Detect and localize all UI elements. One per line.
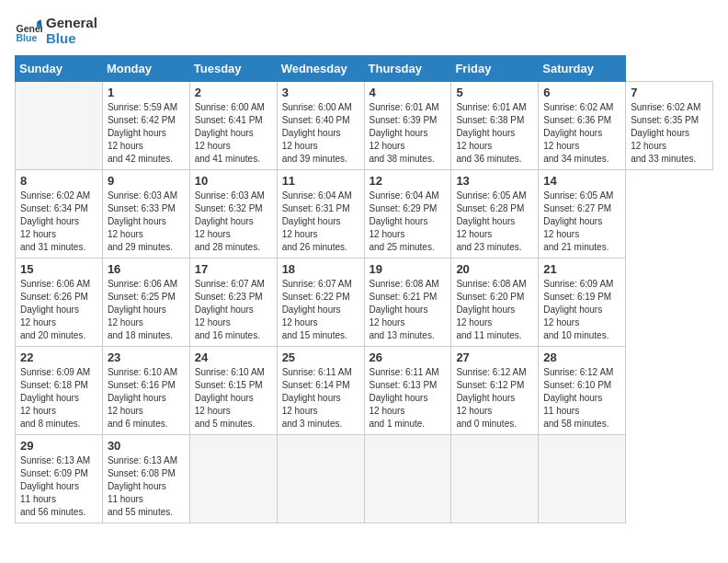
day-number: 8 (20, 174, 97, 188)
calendar-cell: 15Sunrise: 6:06 AMSunset: 6:26 PMDayligh… (16, 259, 103, 347)
calendar-cell: 20Sunrise: 6:08 AMSunset: 6:20 PMDayligh… (451, 259, 539, 347)
calendar-cell: 6Sunrise: 6:02 AMSunset: 6:36 PMDaylight… (539, 82, 626, 170)
calendar-cell: 22Sunrise: 6:09 AMSunset: 6:18 PMDayligh… (16, 347, 103, 435)
logo-text-blue: Blue (46, 30, 97, 46)
day-info: Sunrise: 6:04 AMSunset: 6:31 PMDaylight … (282, 190, 359, 254)
calendar-cell: 1Sunrise: 5:59 AMSunset: 6:42 PMDaylight… (102, 82, 189, 170)
calendar-week-4: 22Sunrise: 6:09 AMSunset: 6:18 PMDayligh… (16, 347, 713, 435)
day-number: 6 (543, 86, 620, 99)
day-info: Sunrise: 5:59 AMSunset: 6:42 PMDaylight … (108, 101, 185, 166)
day-info: Sunrise: 6:07 AMSunset: 6:23 PMDaylight … (195, 278, 272, 342)
day-info: Sunrise: 6:08 AMSunset: 6:21 PMDaylight … (370, 278, 447, 342)
logo-icon: General Blue (15, 17, 42, 44)
calendar-cell: 2Sunrise: 6:00 AMSunset: 6:41 PMDaylight… (189, 82, 277, 170)
day-info: Sunrise: 6:12 AMSunset: 6:10 PMDaylight … (543, 366, 620, 431)
day-info: Sunrise: 6:06 AMSunset: 6:25 PMDaylight … (108, 278, 185, 342)
day-number: 23 (108, 350, 185, 364)
day-info: Sunrise: 6:07 AMSunset: 6:22 PMDaylight … (282, 278, 359, 342)
day-info: Sunrise: 6:06 AMSunset: 6:26 PMDaylight … (20, 278, 97, 342)
calendar-cell: 10Sunrise: 6:03 AMSunset: 6:32 PMDayligh… (189, 170, 277, 259)
calendar-cell: 9Sunrise: 6:03 AMSunset: 6:33 PMDaylight… (102, 170, 189, 259)
day-info: Sunrise: 6:05 AMSunset: 6:27 PMDaylight … (543, 190, 620, 254)
calendar-header-row: SundayMondayTuesdayWednesdayThursdayFrid… (16, 56, 713, 82)
day-header-thursday: Thursday (364, 56, 451, 82)
calendar-cell: 21Sunrise: 6:09 AMSunset: 6:19 PMDayligh… (539, 259, 626, 347)
day-info: Sunrise: 6:01 AMSunset: 6:39 PMDaylight … (370, 101, 447, 166)
calendar-week-2: 8Sunrise: 6:02 AMSunset: 6:34 PMDaylight… (16, 170, 713, 259)
day-info: Sunrise: 6:13 AMSunset: 6:09 PMDaylight … (20, 454, 97, 519)
day-number: 28 (543, 350, 620, 364)
day-number: 25 (282, 350, 359, 364)
day-number: 22 (20, 350, 97, 364)
day-header-monday: Monday (102, 56, 189, 82)
day-info: Sunrise: 6:01 AMSunset: 6:38 PMDaylight … (456, 101, 533, 166)
day-info: Sunrise: 6:12 AMSunset: 6:12 PMDaylight … (456, 366, 533, 431)
calendar-table: SundayMondayTuesdayWednesdayThursdayFrid… (15, 55, 713, 523)
calendar-cell: 16Sunrise: 6:06 AMSunset: 6:25 PMDayligh… (102, 259, 189, 347)
day-info: Sunrise: 6:00 AMSunset: 6:41 PMDaylight … (195, 101, 272, 166)
calendar-cell (16, 82, 103, 170)
day-header-tuesday: Tuesday (189, 56, 277, 82)
day-info: Sunrise: 6:10 AMSunset: 6:16 PMDaylight … (108, 366, 185, 431)
day-info: Sunrise: 6:10 AMSunset: 6:15 PMDaylight … (195, 366, 272, 431)
day-number: 29 (20, 439, 97, 453)
day-info: Sunrise: 6:13 AMSunset: 6:08 PMDaylight … (108, 454, 185, 519)
page-header: General Blue General Blue (15, 15, 713, 46)
day-info: Sunrise: 6:05 AMSunset: 6:28 PMDaylight … (456, 190, 533, 254)
day-number: 1 (108, 86, 185, 99)
day-number: 24 (195, 350, 272, 364)
calendar-cell (451, 435, 539, 523)
day-number: 13 (456, 174, 533, 188)
day-number: 16 (108, 262, 185, 276)
calendar-cell: 7Sunrise: 6:02 AMSunset: 6:35 PMDaylight… (626, 82, 713, 170)
calendar-cell: 12Sunrise: 6:04 AMSunset: 6:29 PMDayligh… (364, 170, 451, 259)
calendar-cell: 8Sunrise: 6:02 AMSunset: 6:34 PMDaylight… (16, 170, 103, 259)
day-info: Sunrise: 6:02 AMSunset: 6:34 PMDaylight … (20, 190, 97, 254)
day-info: Sunrise: 6:03 AMSunset: 6:32 PMDaylight … (195, 190, 272, 254)
day-number: 17 (195, 262, 272, 276)
calendar-body: 1Sunrise: 5:59 AMSunset: 6:42 PMDaylight… (16, 82, 713, 523)
calendar-cell: 18Sunrise: 6:07 AMSunset: 6:22 PMDayligh… (277, 259, 364, 347)
calendar-cell: 13Sunrise: 6:05 AMSunset: 6:28 PMDayligh… (451, 170, 539, 259)
calendar-cell: 27Sunrise: 6:12 AMSunset: 6:12 PMDayligh… (451, 347, 539, 435)
svg-text:Blue: Blue (17, 32, 38, 43)
calendar-cell: 25Sunrise: 6:11 AMSunset: 6:14 PMDayligh… (277, 347, 364, 435)
day-info: Sunrise: 6:00 AMSunset: 6:40 PMDaylight … (282, 101, 359, 166)
day-number: 12 (370, 174, 447, 188)
calendar-cell: 28Sunrise: 6:12 AMSunset: 6:10 PMDayligh… (539, 347, 626, 435)
logo: General Blue General Blue (15, 15, 97, 46)
day-number: 10 (195, 174, 272, 188)
day-info: Sunrise: 6:11 AMSunset: 6:13 PMDaylight … (370, 366, 447, 431)
day-number: 3 (282, 86, 359, 99)
day-number: 9 (108, 174, 185, 188)
day-info: Sunrise: 6:02 AMSunset: 6:36 PMDaylight … (543, 101, 620, 166)
day-number: 15 (20, 262, 97, 276)
day-number: 19 (370, 262, 447, 276)
day-number: 27 (456, 350, 533, 364)
day-info: Sunrise: 6:09 AMSunset: 6:19 PMDaylight … (543, 278, 620, 342)
calendar-week-5: 29Sunrise: 6:13 AMSunset: 6:09 PMDayligh… (16, 435, 713, 523)
calendar-cell: 24Sunrise: 6:10 AMSunset: 6:15 PMDayligh… (189, 347, 277, 435)
day-info: Sunrise: 6:08 AMSunset: 6:20 PMDaylight … (456, 278, 533, 342)
day-info: Sunrise: 6:09 AMSunset: 6:18 PMDaylight … (20, 366, 97, 431)
day-number: 7 (631, 86, 708, 99)
day-number: 14 (543, 174, 620, 188)
calendar-week-1: 1Sunrise: 5:59 AMSunset: 6:42 PMDaylight… (16, 82, 713, 170)
day-header-friday: Friday (451, 56, 539, 82)
day-number: 20 (456, 262, 533, 276)
day-number: 4 (370, 86, 447, 99)
calendar-cell: 29Sunrise: 6:13 AMSunset: 6:09 PMDayligh… (16, 435, 103, 523)
calendar-cell: 30Sunrise: 6:13 AMSunset: 6:08 PMDayligh… (102, 435, 189, 523)
day-header-saturday: Saturday (539, 56, 626, 82)
calendar-cell: 23Sunrise: 6:10 AMSunset: 6:16 PMDayligh… (102, 347, 189, 435)
day-number: 21 (543, 262, 620, 276)
calendar-cell: 19Sunrise: 6:08 AMSunset: 6:21 PMDayligh… (364, 259, 451, 347)
calendar-cell: 11Sunrise: 6:04 AMSunset: 6:31 PMDayligh… (277, 170, 364, 259)
day-number: 26 (370, 350, 447, 364)
day-info: Sunrise: 6:02 AMSunset: 6:35 PMDaylight … (631, 101, 708, 166)
day-header-wednesday: Wednesday (277, 56, 364, 82)
calendar-cell: 4Sunrise: 6:01 AMSunset: 6:39 PMDaylight… (364, 82, 451, 170)
calendar-cell: 3Sunrise: 6:00 AMSunset: 6:40 PMDaylight… (277, 82, 364, 170)
calendar-cell (364, 435, 451, 523)
logo-text-general: General (46, 15, 97, 30)
